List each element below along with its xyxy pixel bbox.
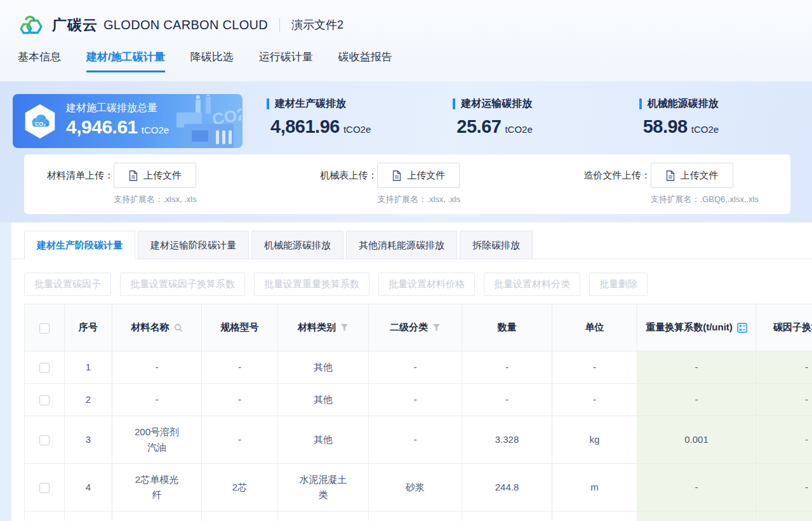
row-checkbox[interactable] <box>39 435 50 445</box>
brand-row: 广碳云 GLODON CARBON CLOUD 演示文件2 <box>0 0 812 39</box>
cell-spec: - <box>202 511 278 521</box>
table-body: 1--其他-----2--其他-----3200号溶剂汽油-其他-3.328kg… <box>25 351 812 521</box>
row-checkbox-cell <box>25 511 65 521</box>
file-icon <box>392 170 401 181</box>
header-col-subcategory: 二级分类 <box>369 304 462 351</box>
materials-table-wrap: 序号 材料名称 规格型号 材料类别 二级分类 数量 单位 重量换算系数(t/un… <box>24 304 812 521</box>
batch-set-carbon-factor-conversion-button[interactable]: 批量设置碳因子换算系数 <box>120 273 245 296</box>
upload-button-label: 上传文件 <box>407 170 445 182</box>
cell-spec: - <box>202 416 278 464</box>
subtab-material-production-stage[interactable]: 建材生产阶段碳计量 <box>24 231 135 259</box>
row-checkbox-cell <box>25 464 65 511</box>
cell-quantity: - <box>462 351 552 384</box>
cell-no: 3 <box>65 416 112 464</box>
cell-name: - <box>112 511 202 521</box>
cell-subcategory: 砂浆 <box>369 464 462 511</box>
header-col-carbon-factor: 碳因子换算系数 <box>756 304 812 351</box>
stat-unit: tCO2e <box>343 124 371 135</box>
row-checkbox[interactable] <box>39 395 50 405</box>
cell-name: 200号溶剂汽油 <box>112 416 202 464</box>
calculator-icon[interactable] <box>737 323 747 333</box>
upload-machinery-table-button[interactable]: 上传文件 <box>377 163 460 188</box>
subtab-other-energy[interactable]: 其他消耗能源碳排放 <box>346 231 457 259</box>
cell-unit: - <box>552 384 637 416</box>
stat-accent-bar <box>453 98 455 109</box>
upload-group-material-list: 材料清单上传： 上传文件 支持扩展名：.xlsx, .xls <box>47 163 197 214</box>
total-emission-unit: tCO2e <box>142 125 169 135</box>
total-emission-card: CO₂ 建材施工碳排放总量 4,946.61tCO2e CO2 <box>13 94 243 148</box>
stat-value: 25.67 <box>456 116 501 137</box>
batch-set-carbon-factor-button[interactable]: 批量设置碳因子 <box>24 273 111 296</box>
upload-group-machinery-table: 机械表上传： 上传文件 支持扩展名：.xlsx, .xls <box>320 163 460 214</box>
cell-unit: - <box>552 511 637 521</box>
cell-category: 其他 <box>278 384 369 416</box>
batch-set-material-price-button[interactable]: 批量设置材料价格 <box>378 273 475 296</box>
cell-category: 水泥混凝土类 <box>278 464 369 511</box>
filter-icon[interactable] <box>432 323 441 332</box>
upload-material-list-button[interactable]: 上传文件 <box>114 163 196 188</box>
cell-weight-factor: - <box>637 351 756 384</box>
filter-icon[interactable] <box>340 323 349 332</box>
cell-unit: kg <box>552 416 637 464</box>
header-checkbox-cell <box>25 304 65 351</box>
cell-category: 水泥混凝土类 <box>278 511 369 521</box>
cell-no: 5 <box>65 511 112 521</box>
cell-subcategory: - <box>369 511 462 521</box>
upload-hint: 支持扩展名：.xlsx, .xls <box>377 194 460 205</box>
cell-carbon-factor: - <box>756 511 812 521</box>
brand-divider <box>279 18 280 32</box>
main-nav: 基本信息 建材/施工碳计量 降碳比选 运行碳计量 碳收益报告 <box>0 50 812 72</box>
cell-spec: - <box>202 384 278 416</box>
upload-cost-file-button[interactable]: 上传文件 <box>651 163 733 188</box>
header-col-spec: 规格型号 <box>202 304 278 351</box>
svg-text:CO₂: CO₂ <box>35 120 46 126</box>
materials-table: 序号 材料名称 规格型号 材料类别 二级分类 数量 单位 重量换算系数(t/un… <box>24 304 812 521</box>
search-icon[interactable] <box>174 323 183 332</box>
subtab-material-transport-stage[interactable]: 建材运输阶段碳计量 <box>138 231 249 259</box>
cell-name: - <box>112 384 202 416</box>
stat-unit: tCO2e <box>505 124 532 135</box>
header-col-unit: 单位 <box>552 304 637 351</box>
brand-name-cn: 广碳云 <box>52 15 98 35</box>
table-row: 5--水泥混凝土类----- <box>25 511 812 521</box>
nav-tab-material-construction-carbon[interactable]: 建材/施工碳计量 <box>86 50 165 72</box>
nav-tab-basic-info[interactable]: 基本信息 <box>18 50 61 72</box>
row-checkbox[interactable] <box>39 483 50 493</box>
header-col-quantity: 数量 <box>462 304 552 351</box>
cell-category: 其他 <box>278 351 369 384</box>
batch-set-weight-conversion-button[interactable]: 批量设置重量换算系数 <box>254 273 369 296</box>
cell-quantity: 244.8 <box>462 464 552 511</box>
nav-tab-operation-carbon[interactable]: 运行碳计量 <box>259 50 313 72</box>
row-checkbox-cell <box>25 416 65 464</box>
stat-value: 58.98 <box>643 116 688 137</box>
cell-category: 其他 <box>278 416 369 464</box>
table-row: 1--其他----- <box>25 351 812 384</box>
batch-actions-row: 批量设置碳因子 批量设置碳因子换算系数 批量设置重量换算系数 批量设置材料价格 … <box>24 273 812 296</box>
subtab-demolition[interactable]: 拆除碳排放 <box>460 231 533 259</box>
main-panel: 建材生产阶段碳计量 建材运输阶段碳计量 机械能源碳排放 其他消耗能源碳排放 拆除… <box>11 222 812 521</box>
cell-carbon-factor: - <box>756 416 812 464</box>
cell-spec: - <box>202 351 278 384</box>
document-title: 演示文件2 <box>291 17 343 32</box>
cell-quantity: - <box>462 511 552 521</box>
brand-name-en: GLODON CARBON CLOUD <box>103 18 268 32</box>
nav-tab-carbon-benefit-report[interactable]: 碳收益报告 <box>338 50 392 72</box>
cell-weight-factor: - <box>637 511 756 521</box>
cell-weight-factor: 0.001 <box>637 416 756 464</box>
row-checkbox-cell <box>25 351 65 384</box>
row-checkbox[interactable] <box>39 363 50 373</box>
upload-label: 造价文件上传： <box>584 163 651 214</box>
cell-weight-factor: - <box>637 384 756 416</box>
cell-subcategory: - <box>369 416 462 464</box>
stat-label: 机械能源碳排放 <box>648 97 719 111</box>
batch-set-material-category-button[interactable]: 批量设置材料分类 <box>484 273 580 296</box>
subtab-machinery-energy[interactable]: 机械能源碳排放 <box>251 231 343 259</box>
batch-delete-button[interactable]: 批量删除 <box>589 273 648 296</box>
select-all-checkbox[interactable] <box>39 323 50 334</box>
cell-subcategory: - <box>369 384 462 416</box>
header-col-no: 序号 <box>65 304 112 351</box>
stats-banner: CO₂ 建材施工碳排放总量 4,946.61tCO2e CO2 <box>0 81 812 222</box>
nav-tab-carbon-reduction-compare[interactable]: 降碳比选 <box>190 50 234 72</box>
cell-unit: m <box>552 464 637 511</box>
upload-card: 材料清单上传： 上传文件 支持扩展名：.xlsx, .xls 机械表上传： 上传… <box>24 154 790 214</box>
